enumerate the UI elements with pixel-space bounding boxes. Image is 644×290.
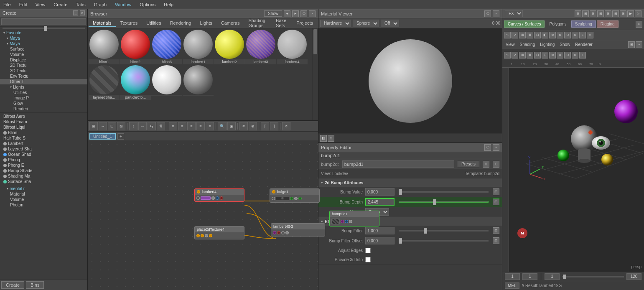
fx-i6[interactable]: ⊟: [542, 52, 548, 59]
menu-view[interactable]: View: [34, 2, 47, 7]
pe-section-bump-header[interactable]: ▾ 2d Bump Attributes: [318, 178, 502, 187]
ne-btn-3[interactable]: ⊡: [108, 122, 116, 130]
tab-shading-groups[interactable]: Shading Groups: [244, 17, 271, 30]
menu-edit[interactable]: Edit: [18, 2, 29, 7]
tree-item-utilities[interactable]: Utilities: [0, 90, 87, 95]
port-bump2d1-out3[interactable]: [349, 220, 352, 223]
fx-view-icon-2[interactable]: »: [636, 41, 642, 48]
tab-textures[interactable]: Textures: [116, 20, 142, 27]
shader-item-ramp[interactable]: Ramp Shade: [0, 168, 87, 173]
port-sg-in3[interactable]: [281, 231, 285, 234]
fx-i8[interactable]: ◈: [557, 52, 563, 59]
fx-tool-4[interactable]: ⊠: [527, 32, 533, 38]
fx-i5[interactable]: ⊡: [534, 52, 541, 59]
shader-item-phong[interactable]: Phong: [0, 157, 87, 163]
ne-btn-18[interactable]: ↺: [282, 122, 290, 130]
port-lambert4-out4[interactable]: [220, 196, 223, 200]
fx-field-1[interactable]: [505, 273, 520, 280]
fx-tool-1[interactable]: ↖: [504, 32, 511, 38]
material-blinn2[interactable]: blinn2: [120, 29, 151, 64]
node-tab-untitled[interactable]: Untitled_1: [89, 133, 116, 140]
shader-item-surface[interactable]: Surface Sha: [0, 179, 87, 184]
ne-btn-8[interactable]: ⇅: [157, 122, 165, 130]
browser-float[interactable]: ⬡: [300, 10, 307, 17]
material-layered[interactable]: layeredSha...: [89, 65, 120, 100]
bins-button[interactable]: Bins: [26, 281, 44, 289]
pe-bump-depth-input[interactable]: [365, 198, 395, 206]
pe-bump-value-input[interactable]: [365, 188, 395, 196]
ne-btn-5[interactable]: ↕: [129, 122, 137, 130]
fx-icon-btn-8[interactable]: ▶: [627, 10, 634, 17]
port-place2d-out3[interactable]: [205, 234, 208, 237]
fx-3d-viewport[interactable]: 1 10 20 30 40 50 60 70 8: [502, 61, 644, 272]
fx-i9[interactable]: ⊙: [564, 52, 571, 59]
port-lambert4-out2[interactable]: [211, 196, 215, 200]
shader-item-lambert[interactable]: Lambert: [0, 141, 87, 146]
fx-view-btn[interactable]: View: [504, 42, 517, 47]
port-bump2d1-out2[interactable]: [345, 220, 348, 223]
mv-close[interactable]: ×: [493, 10, 499, 17]
tree-item-3dtexture[interactable]: 3D Textu: [0, 68, 87, 74]
fx-tool-9[interactable]: ⊙: [564, 32, 571, 38]
pe-close[interactable]: ×: [493, 144, 499, 151]
menu-window[interactable]: Window: [113, 2, 133, 7]
ne-btn-grid[interactable]: #: [239, 122, 248, 130]
shader-item-phonge[interactable]: Phong E: [0, 163, 87, 168]
tab-projects[interactable]: Projects: [292, 20, 317, 27]
mv-shape-select[interactable]: Sphere: [353, 20, 379, 27]
pe-bump-filter-offset-input[interactable]: [365, 237, 395, 244]
fx-field-2[interactable]: [522, 273, 537, 280]
fx-tool-10[interactable]: ⊛: [572, 32, 578, 38]
create-search-input[interactable]: [1, 18, 86, 25]
fx-icon-btn-2[interactable]: ⊞: [582, 10, 589, 17]
ne-btn-15[interactable]: ⊕: [249, 122, 257, 130]
port-bulge1-out2[interactable]: [290, 197, 293, 200]
shader-item-layered[interactable]: Layered Sha: [0, 146, 87, 152]
pe-bump-filter-input[interactable]: [365, 227, 395, 234]
mv-hardware-select[interactable]: Hardware: [320, 20, 351, 27]
menu-options[interactable]: Options: [138, 2, 157, 7]
port-bulge1-in[interactable]: [272, 197, 275, 200]
ne-btn-6[interactable]: ↔: [138, 122, 147, 130]
tab-rendering[interactable]: Rendering: [166, 20, 196, 27]
tree-item-2dtexture[interactable]: 2D Textu: [0, 63, 87, 68]
node-place2d[interactable]: place2dTexture4: [194, 226, 244, 239]
ne-btn-1[interactable]: ⊞: [89, 122, 98, 130]
fx-i10[interactable]: ⊛: [572, 52, 578, 59]
node-bump2d1[interactable]: bump2d1: [329, 211, 379, 226]
shader-item-shadingma[interactable]: Shading Ma: [0, 173, 87, 179]
ne-btn-search[interactable]: 🔍: [218, 122, 227, 130]
ne-btn-7[interactable]: ⇆: [148, 122, 156, 130]
shader-item-ocean[interactable]: Ocean Shad: [0, 152, 87, 157]
fx-icon-btn-3[interactable]: ⊞: [590, 10, 596, 17]
material-lambert4[interactable]: lambert4: [277, 29, 308, 64]
node-tab-add[interactable]: +: [117, 133, 124, 140]
pe-bump-value-expand[interactable]: ⊞: [493, 188, 499, 195]
mv-icon-2[interactable]: ⊞: [328, 135, 334, 142]
port-place2d-out1[interactable]: [196, 234, 200, 237]
shader-item-blinn[interactable]: Blinn: [0, 130, 87, 135]
ne-btn-17[interactable]: ]: [270, 122, 278, 130]
ne-btn-16[interactable]: [: [261, 122, 269, 130]
port-lambert4-in1[interactable]: [196, 196, 200, 200]
tree-item-volume2[interactable]: Volume: [0, 197, 87, 202]
fx-tool-7[interactable]: ⊕: [549, 32, 556, 38]
ne-btn-9[interactable]: ≡: [169, 122, 177, 130]
ne-btn-11[interactable]: ≡: [187, 122, 196, 130]
mv-float[interactable]: ⬡: [484, 10, 491, 17]
fx-icon-btn-7[interactable]: ⊞: [620, 10, 626, 17]
ne-btn-2[interactable]: ↔: [99, 122, 107, 130]
tree-item-maya2[interactable]: ▾ Maya: [0, 41, 87, 46]
tab-bake-sets[interactable]: Bake Sets: [272, 17, 292, 30]
tab-materials[interactable]: Materials: [89, 20, 116, 27]
fx-shading-btn[interactable]: Shading: [518, 42, 537, 47]
create-button[interactable]: Create: [1, 281, 24, 289]
port-bulge1-out4[interactable]: [298, 197, 302, 200]
pe-bump-filter-offset-expand[interactable]: ⊞: [493, 237, 499, 244]
pe-bump-depth-expand[interactable]: ⊞: [493, 198, 499, 205]
tree-item-material[interactable]: Material: [0, 191, 87, 197]
fx-icon-btn-1[interactable]: ⊞: [575, 10, 581, 17]
fx-i3[interactable]: ⊞: [519, 52, 526, 59]
material-particle[interactable]: particleClo...: [120, 65, 151, 100]
port-lambert4-out[interactable]: [197, 190, 200, 193]
